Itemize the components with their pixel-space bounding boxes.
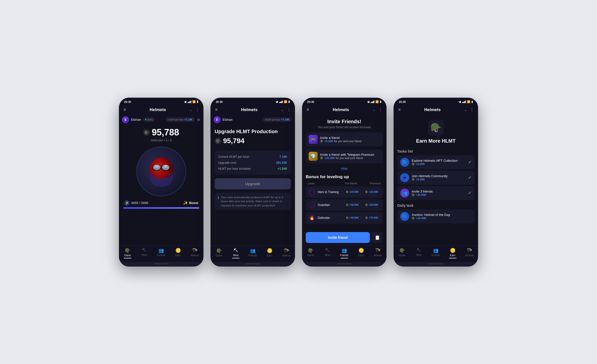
game-nav-label-4: Game — [399, 254, 405, 257]
earn-header: 🪖 Earn More HLMT — [394, 115, 478, 149]
helmet-circle-1[interactable] — [136, 147, 186, 196]
nav-friends-4[interactable]: 👥 Friends — [427, 248, 444, 258]
nav-game-4[interactable]: 🪖 Game — [394, 248, 411, 258]
friend-opt-reward-1: 🪖 +25.00K for you and your friend — [320, 157, 380, 160]
wifi-icon-1: 📶 — [192, 100, 196, 103]
earn-nav-icon-1: 🪙 — [175, 248, 181, 253]
nav-earn-1[interactable]: 🪙 Earn — [170, 248, 187, 258]
nav-airdrop-2[interactable]: 🪂 Airdrop — [278, 248, 295, 258]
home-indicator-3 — [337, 263, 352, 264]
task-name-0: Explore Helmets NFT Collection — [412, 159, 466, 162]
avatar-2: E — [214, 116, 221, 123]
bonus-row-1: 🛡 Guardian 🪖 +30.00K 🪖 +50.00K — [306, 199, 383, 211]
nav-earn-4[interactable]: 🪙 Earn — [444, 248, 461, 258]
user-bar-1: E Elshan Sync HLMT per hour +7.10K ⚙ — [119, 115, 203, 125]
friend-opt-reward-0: 🪖 +5.00K for you and your friend — [320, 140, 380, 143]
settings-icon-1[interactable]: ⚙ — [197, 118, 200, 122]
close-icon-2[interactable]: ✕ — [215, 107, 218, 112]
nav-airdrop-1[interactable]: 🪂 Airdrop — [186, 248, 203, 258]
task-reward-2: 🪖 +25.00K — [412, 193, 466, 197]
nav-airdrop-3[interactable]: 🪂 Airdrop — [369, 248, 386, 258]
info-text: Your mine automatically produces HLMT fo… — [221, 195, 288, 208]
hlmt-rate-value-1: +7.10K — [184, 118, 193, 121]
daily-task-reward-0: 🪖 +10.00K — [412, 217, 471, 220]
nav-friends-2[interactable]: 👥 Friends — [244, 248, 261, 258]
wifi-icon-3: 📶 — [375, 100, 379, 103]
task-icon-1: ✈ — [400, 173, 409, 182]
nav-underline-4 — [449, 258, 456, 258]
menu-icon-1[interactable]: ⋮ — [195, 107, 199, 112]
bluetooth-icon-4: ⋅◕ — [458, 100, 461, 103]
friend-opt-title-0: Invite a friend — [320, 136, 380, 140]
nav-mine-3[interactable]: ⛏ Mine — [319, 248, 336, 258]
app-header-4: ✕ Helmets ⌄ ⋮ — [394, 105, 478, 115]
home-indicator-4 — [428, 263, 443, 264]
earn-nav-label-2: Earn — [267, 254, 272, 257]
game-screen: 🪖 95,788 Defender • 4 / 9 — [119, 125, 203, 245]
signal-icon-4 — [462, 101, 466, 103]
nav-mine-2[interactable]: ⛏ Mine — [228, 248, 245, 258]
time-2: 20:35 — [216, 100, 223, 103]
level-info-1: Defender • 4 / 9 — [151, 139, 172, 142]
friend-option-1[interactable]: 💎 Invite a friend with Telegram Premium … — [306, 149, 383, 163]
task-item-0[interactable]: 🔵 Explore Helmets NFT Collection 🪖 +5.00… — [397, 155, 474, 169]
boost-button-1[interactable]: ✨ Boost — [183, 201, 198, 205]
menu-icon-2[interactable]: ⋮ — [287, 107, 291, 112]
close-icon-3[interactable]: ✕ — [306, 107, 309, 112]
bonus-level-icon-2: 🔥 — [308, 214, 316, 222]
chevron-icon-1[interactable]: ⌄ — [189, 108, 192, 112]
game-nav-icon-3: 🪖 — [308, 248, 313, 253]
energy-section-1: ⚡ 3000 / 3000 ✨ Boost — [123, 200, 199, 206]
sync-dot-1 — [145, 119, 146, 120]
task-reward-0: 🪖 +5.00K — [412, 162, 466, 166]
chevron-icon-3[interactable]: ⌄ — [372, 108, 375, 112]
time-1: 20:35 — [124, 100, 131, 103]
airdrop-nav-label-2: Airdrop — [282, 254, 290, 257]
nav-game-1[interactable]: 🪖 Game — [119, 248, 136, 258]
friends-nav-label-4: Friends — [432, 254, 440, 257]
upgrade-title: Upgrade HLMT Production — [215, 129, 291, 134]
menu-icon-4[interactable]: ⋮ — [470, 107, 474, 112]
main-content-2: Upgrade HLMT Production 🪖 95,794 Current… — [211, 125, 295, 246]
hide-link[interactable]: Hide — [302, 165, 386, 172]
task-name-1: Join Helmets Community — [412, 174, 466, 178]
close-icon-4[interactable]: ✕ — [398, 107, 401, 112]
menu-icon-3[interactable]: ⋮ — [378, 107, 382, 112]
earn-title: Earn More HLMT — [416, 138, 456, 144]
bonus-amount-premium-0: 🪖 +25.00K — [363, 191, 380, 193]
daily-task-item-0[interactable]: 🔵 Auction: Helmet of the Day 🪖 +10.00K — [397, 209, 474, 223]
energy-info-1: ⚡ 3000 / 3000 — [124, 200, 148, 206]
nav-mine-4[interactable]: ⛏ Mine — [411, 248, 428, 258]
chevron-icon-2[interactable]: ⌄ — [281, 108, 284, 112]
nav-friends-1[interactable]: 👥 Friends — [153, 248, 170, 258]
nav-airdrop-4[interactable]: 🪂 Airdrop — [461, 248, 478, 258]
status-bar-4: 20:35 ⋅◕ 📶 ▮ — [394, 98, 478, 105]
earn-screen: 🪖 Earn More HLMT Tasks list 🔵 Explore He… — [394, 115, 478, 245]
upgrade-balance-icon: 🪖 — [215, 138, 221, 144]
bonus-section: Bonus for leveling up Level For friend P… — [302, 172, 386, 225]
bonus-row-2: 🔥 Defender 🪖 +40.00K 🪖 +75.00K — [306, 212, 383, 224]
task-item-2[interactable]: 👥 Invite 3 friends 🪖 +25.00K ✓ — [397, 186, 474, 200]
battery-icon-4: ▮ — [471, 100, 473, 103]
nav-friends-3[interactable]: 👥 Friends — [336, 248, 353, 258]
upgrade-btn-container: Upgrade — [211, 175, 295, 193]
nav-earn-2[interactable]: 🪙 Earn — [261, 248, 278, 258]
upgrade-button[interactable]: Upgrade — [215, 178, 291, 189]
earn-helmet-icon: 🪖 — [428, 120, 444, 136]
invite-friend-button[interactable]: Invite friend — [306, 232, 370, 243]
nav-underline-3 — [341, 258, 348, 258]
app-header-2: ✕ Helmets ⌄ ⋮ — [211, 105, 295, 115]
friend-option-0[interactable]: 🎮 Invite a friend 🪖 +5.00K for you and y… — [306, 132, 383, 146]
copy-button[interactable]: 📋 — [372, 232, 383, 243]
task-text-1: Join Helmets Community 🪖 +5.00K — [412, 174, 466, 181]
nav-game-3[interactable]: 🪖 Game — [302, 248, 319, 258]
nav-earn-3[interactable]: 🪙 Earn — [353, 248, 370, 258]
chevron-icon-4[interactable]: ⌄ — [464, 108, 467, 112]
status-icons-4: ⋅◕ 📶 ▮ — [458, 100, 473, 103]
wifi-icon-2: 📶 — [284, 100, 287, 103]
close-icon-1[interactable]: ✕ — [123, 107, 126, 112]
bottom-nav-2: 🪖 Game ⛏ Mine 👥 Friends 🪙 Earn 🪂 Airdrop — [211, 246, 295, 262]
nav-game-2[interactable]: 🪖 Game — [211, 248, 228, 258]
nav-mine-1[interactable]: ⛏ Mine — [136, 248, 153, 258]
task-item-1[interactable]: ✈ Join Helmets Community 🪖 +5.00K ✓ — [397, 171, 474, 185]
